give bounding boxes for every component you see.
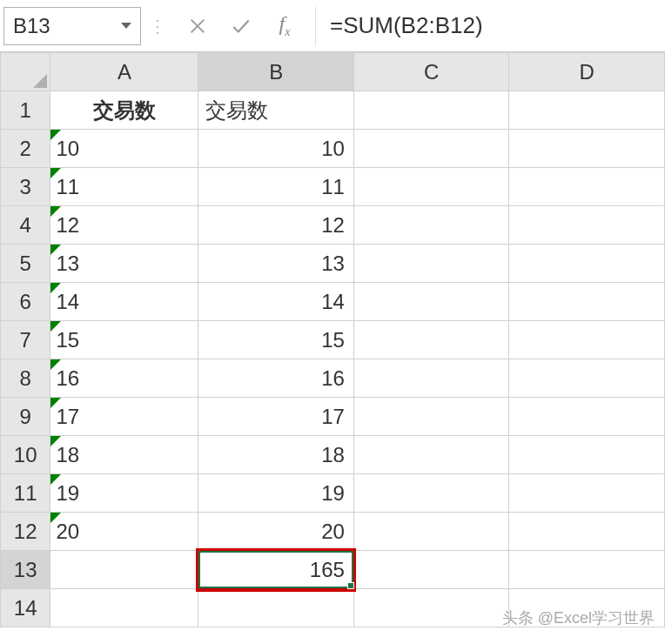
- cell-d2[interactable]: [509, 130, 665, 168]
- cell-c8[interactable]: [353, 359, 509, 398]
- cell-a5[interactable]: 13: [50, 245, 198, 283]
- row-header-8[interactable]: 8: [1, 359, 50, 398]
- cell-d6[interactable]: [509, 283, 665, 321]
- cell-c3[interactable]: [353, 168, 509, 206]
- row-header-5[interactable]: 5: [1, 245, 50, 283]
- fill-handle[interactable]: [347, 582, 354, 589]
- cell-a7[interactable]: 15: [50, 321, 198, 359]
- cell-a6[interactable]: 14: [50, 283, 198, 321]
- cell-b12[interactable]: 20: [198, 513, 354, 551]
- cell-a2[interactable]: 10: [50, 130, 198, 168]
- row-header-10[interactable]: 10: [1, 436, 50, 474]
- table-row: 122020: [1, 513, 665, 551]
- x-icon: [188, 17, 207, 36]
- cancel-button[interactable]: [176, 7, 219, 45]
- row-header-7[interactable]: 7: [1, 321, 50, 359]
- row-header-9[interactable]: 9: [1, 398, 50, 436]
- cell-b3[interactable]: 11: [198, 168, 354, 206]
- cell-c4[interactable]: [353, 206, 509, 245]
- col-header-d[interactable]: D: [509, 53, 665, 91]
- cell-d7[interactable]: [509, 321, 665, 359]
- cell-b14[interactable]: [198, 589, 354, 627]
- table-row: 61414: [1, 283, 665, 321]
- table-row: 91717: [1, 398, 665, 436]
- cell-c6[interactable]: [353, 283, 509, 321]
- fx-icon: fx: [279, 12, 291, 39]
- table-row: 51313: [1, 245, 665, 283]
- cell-b9[interactable]: 17: [198, 398, 354, 436]
- cell-c11[interactable]: [353, 474, 509, 513]
- cell-c13[interactable]: [353, 551, 509, 589]
- cell-d4[interactable]: [509, 206, 665, 245]
- cell-a8[interactable]: 16: [50, 359, 198, 398]
- table-row: 1 交易数 交易数: [1, 91, 665, 130]
- cell-a3[interactable]: 11: [50, 168, 198, 206]
- cell-d13[interactable]: [509, 551, 665, 589]
- table-row: 71515: [1, 321, 665, 359]
- name-box[interactable]: B13: [3, 7, 141, 45]
- cell-c2[interactable]: [353, 130, 509, 168]
- cell-b11[interactable]: 19: [198, 474, 354, 513]
- check-icon: [230, 15, 252, 37]
- cell-c7[interactable]: [353, 321, 509, 359]
- cell-b10[interactable]: 18: [198, 436, 354, 474]
- cell-d1[interactable]: [509, 91, 665, 130]
- cell-c10[interactable]: [353, 436, 509, 474]
- row-header-12[interactable]: 12: [1, 513, 50, 551]
- cell-b2[interactable]: 10: [198, 130, 354, 168]
- spreadsheet-grid[interactable]: A B C D 1 交易数 交易数 21010 31111 41212 5131…: [0, 52, 665, 627]
- separator-dots: ⋮: [141, 16, 176, 37]
- cell-c14[interactable]: [353, 589, 509, 627]
- cell-a13[interactable]: [50, 551, 198, 589]
- cell-b1[interactable]: 交易数: [198, 91, 354, 130]
- table-row: 111919: [1, 474, 665, 513]
- cell-b5[interactable]: 13: [198, 245, 354, 283]
- name-box-value: B13: [13, 14, 50, 38]
- row-header-11[interactable]: 11: [1, 474, 50, 513]
- cell-c1[interactable]: [353, 91, 509, 130]
- row-header-2[interactable]: 2: [1, 130, 50, 168]
- cell-b8[interactable]: 16: [198, 359, 354, 398]
- table-row: 31111: [1, 168, 665, 206]
- cell-d3[interactable]: [509, 168, 665, 206]
- cell-b7[interactable]: 15: [198, 321, 354, 359]
- row-header-14[interactable]: 14: [1, 589, 50, 627]
- col-header-c[interactable]: C: [353, 53, 509, 91]
- cell-a4[interactable]: 12: [50, 206, 198, 245]
- col-header-a[interactable]: A: [50, 53, 198, 91]
- cell-d8[interactable]: [509, 359, 665, 398]
- formula-bar: B13 ⋮ fx =SUM(B2:B12): [0, 0, 665, 52]
- cell-a1[interactable]: 交易数: [50, 91, 198, 130]
- row-header-6[interactable]: 6: [1, 283, 50, 321]
- row-header-3[interactable]: 3: [1, 168, 50, 206]
- cell-c12[interactable]: [353, 513, 509, 551]
- cell-d11[interactable]: [509, 474, 665, 513]
- cell-b13[interactable]: 165: [198, 551, 354, 589]
- cell-d5[interactable]: [509, 245, 665, 283]
- select-all-corner[interactable]: [1, 53, 50, 91]
- cell-d12[interactable]: [509, 513, 665, 551]
- chevron-down-icon[interactable]: [121, 23, 131, 29]
- cell-a11[interactable]: 19: [50, 474, 198, 513]
- cell-c5[interactable]: [353, 245, 509, 283]
- table-row: 21010: [1, 130, 665, 168]
- cell-d9[interactable]: [509, 398, 665, 436]
- row-header-13[interactable]: 13: [1, 551, 50, 589]
- cell-c9[interactable]: [353, 398, 509, 436]
- cell-a12[interactable]: 20: [50, 513, 198, 551]
- row-header-1[interactable]: 1: [1, 91, 50, 130]
- cell-d10[interactable]: [509, 436, 665, 474]
- cell-b13-value: 165: [310, 558, 345, 582]
- insert-function-button[interactable]: fx: [263, 7, 306, 45]
- row-header-4[interactable]: 4: [1, 206, 50, 245]
- confirm-button[interactable]: [219, 7, 263, 45]
- col-header-b[interactable]: B: [198, 53, 354, 91]
- active-cell-selection: 165: [198, 551, 353, 588]
- cell-b4[interactable]: 12: [198, 206, 354, 245]
- table-row: 13 165: [1, 551, 665, 589]
- cell-a9[interactable]: 17: [50, 398, 198, 436]
- cell-a14[interactable]: [50, 589, 198, 627]
- cell-a10[interactable]: 18: [50, 436, 198, 474]
- formula-input[interactable]: =SUM(B2:B12): [315, 7, 662, 45]
- cell-b6[interactable]: 14: [198, 283, 354, 321]
